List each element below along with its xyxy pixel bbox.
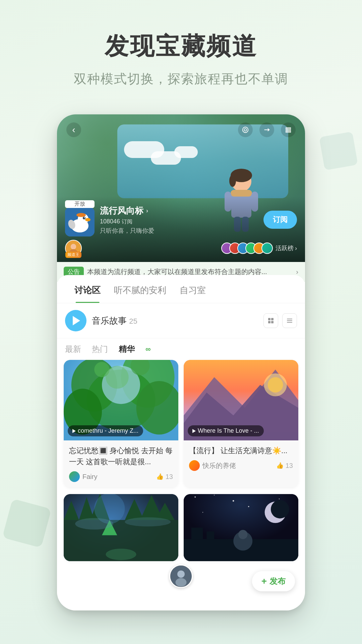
- sort-hot[interactable]: 热门: [92, 344, 108, 355]
- favorite-icon[interactable]: [238, 122, 253, 137]
- content-card-1[interactable]: comethru - Jeremy Z... 忘记忧愁🔳 身心愉悦 去开始 每一…: [64, 360, 178, 487]
- phone-frame: ‹: [57, 114, 305, 610]
- open-badge: 开放: [65, 200, 95, 208]
- svg-point-70: [248, 506, 249, 507]
- card-meta-2: 快乐的养佬 👍 13: [189, 460, 293, 471]
- duck-icon: [65, 207, 95, 236]
- channel-top-row: 开放: [65, 203, 297, 236]
- svg-point-67: [279, 498, 280, 499]
- back-button[interactable]: ‹: [66, 122, 81, 137]
- svg-point-77: [238, 530, 247, 539]
- sort-featured[interactable]: 精华: [119, 344, 135, 355]
- card-body-2: 【流行】 让生活充满诗意☀️... 快乐的养佬 👍 13: [184, 440, 298, 476]
- content-grid: comethru - Jeremy Z... 忘记忧愁🔳 身心愉悦 去开始 每一…: [57, 360, 305, 494]
- channel-subs-label: 订阅: [122, 219, 132, 224]
- svg-point-69: [202, 512, 203, 513]
- card-likes-1: 👍 13: [156, 473, 173, 481]
- channel-subs: 108046 订阅: [100, 218, 154, 225]
- svg-rect-12: [286, 128, 291, 129]
- content-card-4[interactable]: [184, 494, 298, 561]
- active-label[interactable]: 活跃榜 ›: [276, 244, 297, 252]
- bottom-user-avatar[interactable]: [169, 565, 193, 588]
- audio-actions: [263, 313, 297, 328]
- sort-infinity[interactable]: ∞: [145, 345, 151, 354]
- svg-point-43: [106, 366, 128, 388]
- music-tag-2: Where Is The Love - ...: [188, 425, 264, 436]
- card-body-1: 忘记忧愁🔳 身心愉悦 去开始 每一天 这首歌一听就是很... Fairy 👍 1…: [64, 440, 178, 487]
- content-card-3[interactable]: [64, 494, 178, 561]
- svg-point-10: [244, 128, 246, 131]
- svg-rect-28: [271, 318, 274, 320]
- svg-rect-29: [268, 321, 270, 323]
- bottom-avatar-area: [169, 565, 193, 588]
- svg-point-64: [214, 495, 215, 495]
- tab-recommend[interactable]: 听不腻的安利: [107, 284, 173, 303]
- svg-rect-13: [286, 129, 291, 130]
- page-header: 发现宝藏频道 双种模式切换，探索旅程再也不单调: [0, 0, 362, 101]
- svg-point-9: [243, 127, 248, 133]
- channel-avatar-wrapper: 开放: [65, 203, 95, 236]
- card-likes-2: 👍 13: [276, 462, 293, 470]
- svg-point-63: [194, 496, 195, 497]
- plus-icon: +: [261, 576, 267, 587]
- svg-point-80: [176, 578, 187, 587]
- nav-bar: ‹: [57, 122, 305, 137]
- channel-avatar-area: 开放: [65, 203, 154, 236]
- audio-play-button[interactable]: [65, 310, 86, 331]
- sort-bar: 最新 热门 精华 ∞: [57, 338, 305, 360]
- menu-icon[interactable]: [281, 122, 296, 137]
- grid-view-button[interactable]: [263, 313, 278, 328]
- host-badge: 频道王: [65, 240, 82, 257]
- svg-rect-30: [271, 321, 274, 323]
- like-icon-2: 👍: [276, 462, 284, 469]
- card-title-2: 【流行】 让生活充满诗意☀️...: [189, 445, 293, 456]
- phone-container: ‹: [0, 114, 362, 610]
- announcement-arrow: ›: [296, 268, 298, 276]
- svg-point-48: [268, 377, 283, 393]
- content-card-2[interactable]: Where Is The Love - ... 【流行】 让生活充满诗意☀️..…: [184, 360, 298, 487]
- channel-name-arrow: ›: [146, 207, 148, 214]
- svg-rect-4: [231, 190, 252, 197]
- audio-count: 25: [129, 317, 137, 325]
- svg-point-18: [85, 218, 90, 221]
- content-grid-2: [57, 494, 305, 568]
- tab-studyroom[interactable]: 自习室: [173, 284, 213, 303]
- page-wrapper: 发现宝藏频道 双种模式切换，探索旅程再也不单调: [0, 0, 362, 610]
- svg-rect-27: [268, 318, 270, 320]
- svg-rect-75: [206, 531, 214, 539]
- channel-text: 流行风向标 › 108046 订阅 只听你喜，只嗨你爱: [100, 205, 154, 235]
- host-label: 频道王: [65, 252, 81, 258]
- channel-header: ‹: [57, 114, 305, 262]
- tab-bar: 讨论区 听不腻的安利 自习室: [57, 275, 305, 303]
- svg-rect-74: [191, 528, 203, 539]
- card-author-1: Fairy: [69, 471, 97, 482]
- share-icon[interactable]: [259, 122, 274, 137]
- card-meta-1: Fairy 👍 13: [69, 471, 173, 482]
- audio-row: 音乐故事 25: [57, 303, 305, 338]
- channel-name: 流行风向标 ›: [100, 205, 154, 217]
- fab-area: + 发布: [57, 571, 305, 591]
- channel-avatar[interactable]: [65, 207, 95, 236]
- svg-point-20: [84, 217, 85, 218]
- music-tag-1: comethru - Jeremy Z...: [68, 425, 143, 436]
- svg-point-61: [125, 517, 171, 526]
- svg-point-79: [177, 571, 185, 578]
- svg-point-65: [233, 500, 234, 502]
- svg-rect-32: [287, 320, 292, 321]
- card-image-4: [184, 494, 298, 561]
- active-avatars: [221, 243, 273, 254]
- audio-title: 音乐故事 25: [92, 315, 258, 327]
- svg-point-25: [71, 244, 76, 250]
- play-dot-icon-1: [72, 429, 76, 433]
- svg-point-60: [75, 518, 113, 530]
- sort-latest[interactable]: 最新: [65, 344, 81, 355]
- card-author-2: 快乐的养佬: [189, 460, 236, 471]
- author-avatar-2: [189, 460, 200, 471]
- card-title-1: 忘记忧愁🔳 身心愉悦 去开始 每一天 这首歌一听就是很...: [69, 445, 173, 467]
- card-image-3: [64, 494, 178, 561]
- publish-button[interactable]: + 发布: [252, 571, 295, 591]
- tab-discussion[interactable]: 讨论区: [68, 284, 107, 303]
- svg-point-72: [271, 500, 289, 519]
- list-view-button[interactable]: [282, 313, 297, 328]
- subscribe-button[interactable]: 订阅: [263, 211, 297, 229]
